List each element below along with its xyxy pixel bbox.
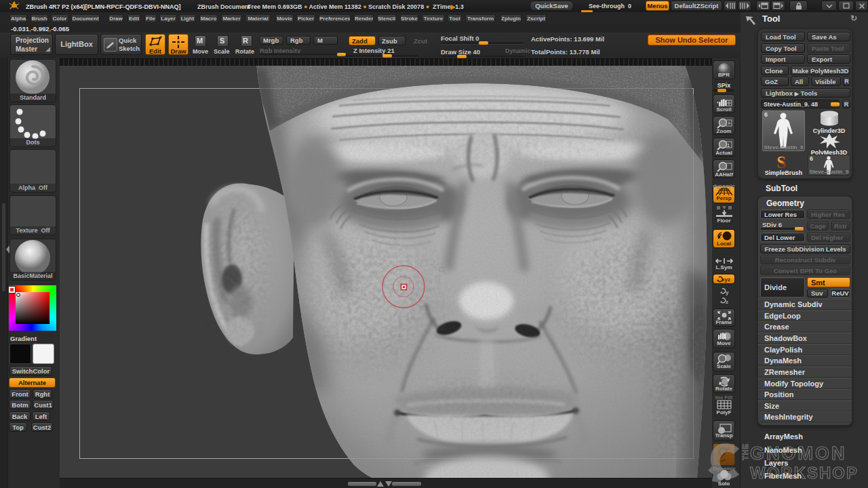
- svg-text:S: S: [776, 155, 786, 169]
- svg-text:z: z: [726, 299, 728, 305]
- svg-text:GNOMON: GNOMON: [750, 443, 847, 464]
- svg-text:WORKSHOP: WORKSHOP: [750, 464, 859, 482]
- svg-text:xyz: xyz: [722, 277, 730, 283]
- svg-text:THE: THE: [741, 443, 749, 460]
- svg-text:y: y: [726, 289, 729, 296]
- svg-text:1: 1: [727, 143, 730, 148]
